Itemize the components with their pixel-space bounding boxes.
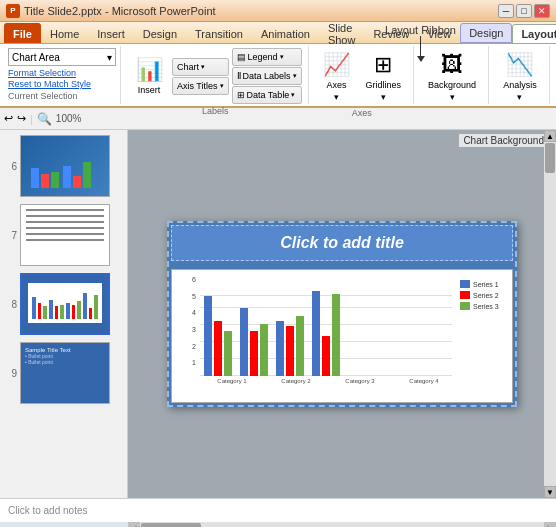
slide-preview-7 (20, 204, 110, 266)
bar-s1-c3 (276, 321, 284, 376)
data-labels-button[interactable]: Ⅱ Data Labels ▾ (232, 67, 302, 85)
legend-chevron-icon: ▾ (280, 53, 284, 61)
axis-titles-button[interactable]: Axis Titles ▾ (172, 77, 229, 95)
formula-bar: ↩ ↪ | 🔍 100% (0, 108, 556, 130)
y-label-1: 1 (178, 359, 196, 366)
scroll-right-button[interactable]: ► (544, 522, 556, 527)
bar-s3-c2 (260, 324, 268, 376)
labels-group: 📊 Insert Chart ▾ Axis Titles ▾ (123, 46, 309, 104)
bar-s2-c2 (250, 331, 258, 376)
axes-label: Axes (327, 80, 347, 90)
tab-insert[interactable]: Insert (88, 23, 134, 43)
labels-group-content: 📊 Insert Chart ▾ Axis Titles ▾ (129, 48, 302, 104)
gridlines-chevron-icon: ▾ (381, 92, 386, 102)
y-label-5: 5 (178, 293, 196, 300)
insert-button[interactable]: 📊 Insert (129, 53, 169, 99)
slide-8-chart (28, 283, 102, 323)
bar-group-1 (204, 296, 232, 376)
axes-icon: 📈 (323, 52, 350, 78)
slide-thumb-7[interactable]: 7 (3, 202, 124, 268)
bars-area (200, 276, 452, 376)
legend-label-s2: Series 2 (473, 292, 499, 299)
chart-element-dropdown[interactable]: Chart Area ▾ (8, 48, 116, 66)
slide-thumb-8[interactable]: 8 (3, 271, 124, 337)
horizontal-scrollbar[interactable]: ◄ ► (128, 522, 556, 527)
slide-9-text: Sample Title Text • Bullet point• Bullet… (21, 343, 109, 369)
tab-design[interactable]: Design (134, 23, 186, 43)
slide-preview-8 (20, 273, 110, 335)
scroll-up-button[interactable]: ▲ (544, 130, 556, 142)
gridlines-label: Gridlines (366, 80, 402, 90)
notes-panel[interactable]: Click to add notes (0, 498, 556, 522)
annotation-arrow-line (420, 36, 421, 56)
minimize-button[interactable]: ─ (498, 4, 514, 18)
tab-animation[interactable]: Animation (252, 23, 319, 43)
data-table-label: Data Table (247, 90, 290, 100)
tab-design2[interactable]: Design (460, 23, 512, 43)
chart-title-label: Chart (177, 62, 199, 72)
slide-num-7: 7 (5, 230, 17, 241)
scroll-left-button[interactable]: ◄ (128, 522, 140, 527)
tab-file[interactable]: File (4, 23, 41, 43)
chart-title-button[interactable]: Chart ▾ (172, 58, 229, 76)
chart-container[interactable]: 1 2 3 4 5 6 (171, 269, 513, 403)
slide-num-9: 9 (5, 368, 17, 379)
undo-icon[interactable]: ↩ (4, 112, 13, 125)
tab-transition[interactable]: Transition (186, 23, 252, 43)
tab-home[interactable]: Home (41, 23, 88, 43)
labels-group-label: Labels (202, 104, 229, 116)
scroll-down-button[interactable]: ▼ (544, 486, 556, 498)
bar-s3-c3 (296, 316, 304, 376)
slide-title-placeholder[interactable]: Click to add title (171, 225, 513, 261)
tab-layout[interactable]: Layout (512, 24, 556, 44)
legend-icon: ▤ (237, 52, 246, 62)
reset-match-link[interactable]: Reset to Match Style (8, 79, 116, 89)
legend-button[interactable]: ▤ Legend ▾ (232, 48, 302, 66)
chart-background-label: Chart Background (459, 134, 548, 147)
analysis-group-content: 📉 Analysis ▾ (497, 48, 543, 106)
analysis-button[interactable]: 📉 Analysis ▾ (497, 48, 543, 106)
background-chevron-icon: ▾ (450, 92, 455, 102)
axes-group-label: Axes (352, 106, 372, 118)
legend-color-s2 (460, 291, 470, 299)
legend-buttons: ▤ Legend ▾ Ⅱ Data Labels ▾ ⊞ Data Table … (232, 48, 302, 104)
dropdown-chevron-icon: ▾ (107, 52, 112, 63)
scroll-track-vertical[interactable] (544, 142, 556, 486)
analysis-icon: 📉 (506, 52, 533, 78)
annotation-arrow-head (417, 56, 425, 62)
legend-series3: Series 3 (460, 302, 506, 310)
data-table-icon: ⊞ (237, 90, 245, 100)
analysis-group: 📉 Analysis ▾ (491, 46, 550, 104)
current-selection-group: Chart Area ▾ Format Selection Reset to M… (4, 46, 121, 104)
powerpoint-icon: P (6, 4, 20, 18)
slide-thumb-9[interactable]: 9 Sample Title Text • Bullet point• Bull… (3, 340, 124, 406)
vertical-scrollbar[interactable]: ▲ ▼ (544, 130, 556, 498)
slide-thumb-6[interactable]: 6 (3, 133, 124, 199)
tab-slideshow[interactable]: Slide Show (319, 23, 365, 43)
bar-s2-c3 (286, 326, 294, 376)
axes-button[interactable]: 📈 Axes ▾ (317, 48, 357, 106)
slide-7-lines (21, 209, 109, 241)
slide-preview-6 (20, 135, 110, 197)
selection-links: Format Selection Reset to Match Style (8, 68, 116, 89)
current-selection-label: Current Selection (8, 89, 116, 101)
chart-inner: 1 2 3 4 5 6 (178, 276, 506, 396)
scroll-track-horizontal[interactable] (140, 522, 544, 527)
legend-label: Legend (248, 52, 278, 62)
slide-num-6: 6 (5, 161, 17, 172)
zoom-out-icon[interactable]: 🔍 (37, 112, 52, 126)
y-label-3: 3 (178, 326, 196, 333)
redo-icon[interactable]: ↪ (17, 112, 26, 125)
data-table-button[interactable]: ⊞ Data Table ▾ (232, 86, 302, 104)
bar-s2-c1 (214, 321, 222, 376)
slide-8-content: Click to add title (167, 221, 517, 407)
maximize-button[interactable]: □ (516, 4, 532, 18)
bar-s2-c4 (322, 336, 330, 376)
format-selection-link[interactable]: Format Selection (8, 68, 116, 78)
axes-chevron-icon: ▾ (334, 92, 339, 102)
scroll-thumb-horizontal[interactable] (141, 523, 201, 527)
scroll-thumb-vertical[interactable] (545, 143, 555, 173)
close-button[interactable]: ✕ (534, 4, 550, 18)
y-label-4: 4 (178, 309, 196, 316)
zoom-value: 100% (56, 113, 82, 124)
